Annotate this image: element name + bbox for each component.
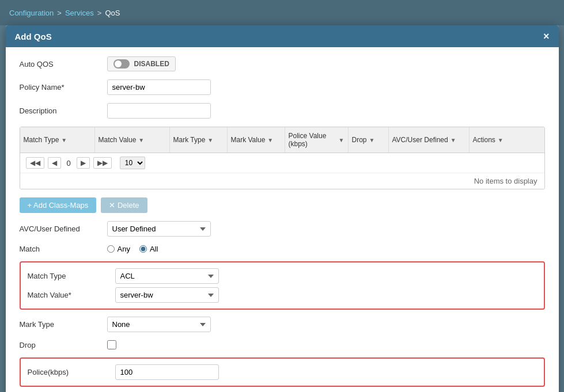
nav-qos: QoS (105, 9, 120, 17)
match-value-label: Match Value* (28, 291, 108, 299)
th-mark-value: Mark Value ▼ (228, 127, 285, 153)
modal-container: Add QoS × Auto QOS DISABLED Policy Name*… (6, 25, 559, 392)
close-button[interactable]: × (543, 31, 550, 41)
modal-title: Add QoS (15, 32, 52, 41)
prev-page-button[interactable]: ◀ (48, 157, 61, 169)
police-input[interactable] (115, 364, 219, 380)
nav-services[interactable]: Services (65, 9, 94, 17)
modal-body: Auto QOS DISABLED Policy Name* Descripti… (6, 47, 559, 392)
nav-configuration[interactable]: Configuration (9, 9, 54, 17)
police-label: Police(kbps) (28, 368, 108, 376)
description-input[interactable] (107, 103, 211, 119)
no-items-message: No items to display (20, 173, 544, 189)
drop-label: Drop (20, 341, 100, 349)
avc-user-defined-label: AVC/User Defined (20, 224, 100, 233)
modal-header: Add QoS × (6, 25, 559, 47)
policy-name-label: Policy Name* (20, 83, 100, 92)
avc-user-defined-row: AVC/User Defined User Defined AVC (20, 221, 545, 237)
match-row: Match Any All (20, 245, 545, 253)
table-header: Match Type ▼ Match Value ▼ Mark Type ▼ M… (20, 127, 544, 153)
add-class-maps-button[interactable]: + Add Class-Maps (20, 197, 97, 213)
match-value-row: Match Value* server-bw (28, 287, 537, 303)
match-type-row: Match Type ACL DSCP IP Precedence CoS (28, 268, 537, 284)
mark-type-filter-icon[interactable]: ▼ (207, 137, 213, 143)
th-match-value: Match Value ▼ (95, 127, 170, 153)
toggle-knob (115, 60, 122, 67)
description-label: Description (20, 106, 100, 115)
nav-sep-2: > (97, 9, 102, 17)
police-row: Police(kbps) (28, 364, 537, 380)
match-any-option[interactable]: Any (107, 245, 130, 253)
avc-filter-icon[interactable]: ▼ (451, 137, 456, 143)
match-all-radio[interactable] (139, 245, 147, 253)
policy-name-row: Policy Name* (20, 79, 545, 95)
match-any-radio[interactable] (107, 245, 115, 253)
th-mark-type: Mark Type ▼ (170, 127, 228, 153)
auto-qos-label: Auto QOS (20, 60, 100, 68)
match-type-select[interactable]: ACL DSCP IP Precedence CoS (115, 268, 219, 284)
th-police-value: Police Value (kbps) ▼ (285, 127, 349, 153)
toggle-switch (113, 59, 130, 68)
drop-row: Drop (20, 340, 545, 349)
drop-filter-icon[interactable]: ▼ (369, 137, 375, 143)
match-type-filter-icon[interactable]: ▼ (61, 137, 67, 143)
page-number: 0 (67, 159, 71, 168)
match-any-label: Any (118, 245, 130, 253)
match-all-option[interactable]: All (139, 245, 158, 253)
match-value-select[interactable]: server-bw (115, 287, 219, 303)
drop-checkbox[interactable] (107, 340, 116, 349)
mark-value-filter-icon[interactable]: ▼ (267, 137, 273, 143)
first-page-button[interactable]: ◀◀ (26, 157, 44, 169)
policy-name-input[interactable] (107, 79, 211, 95)
table-pagination: ◀◀ ◀ 0 ▶ ▶▶ 10 25 50 (20, 153, 544, 173)
next-page-button[interactable]: ▶ (77, 157, 90, 169)
auto-qos-value: DISABLED (134, 60, 169, 68)
mark-type-row: Mark Type None DSCP IP Precedence CoS (20, 317, 545, 332)
table-actions-row: + Add Class-Maps ✕ Delete (20, 197, 545, 213)
avc-user-defined-select[interactable]: User Defined AVC (107, 221, 211, 237)
police-value-filter-icon[interactable]: ▼ (339, 137, 345, 143)
nav-sep-1: > (57, 9, 62, 17)
match-value-filter-icon[interactable]: ▼ (138, 137, 144, 143)
class-maps-table: Match Type ▼ Match Value ▼ Mark Type ▼ M… (20, 127, 545, 189)
match-type-label: Match Type (28, 272, 108, 280)
match-all-label: All (150, 245, 158, 253)
match-label: Match (20, 245, 100, 253)
last-page-button[interactable]: ▶▶ (93, 157, 112, 169)
th-actions: Actions ▼ (470, 127, 544, 153)
auto-qos-toggle[interactable]: DISABLED (107, 56, 176, 71)
match-type-value-section: Match Type ACL DSCP IP Precedence CoS Ma… (20, 261, 545, 310)
mark-type-label: Mark Type (20, 320, 100, 329)
match-radio-group: Any All (107, 245, 158, 253)
description-row: Description (20, 103, 545, 119)
per-page-select[interactable]: 10 25 50 (120, 157, 145, 169)
top-bar: Configuration > Services > QoS (0, 0, 564, 25)
th-match-type: Match Type ▼ (20, 127, 95, 153)
actions-filter-icon[interactable]: ▼ (498, 137, 504, 143)
th-avc-user-defined: AVC/User Defined ▼ (389, 127, 470, 153)
delete-button[interactable]: ✕ Delete (101, 197, 147, 213)
auto-qos-row: Auto QOS DISABLED (20, 56, 545, 71)
police-section: Police(kbps) (20, 357, 545, 387)
th-drop: Drop ▼ (349, 127, 389, 153)
mark-type-select[interactable]: None DSCP IP Precedence CoS (107, 317, 211, 332)
